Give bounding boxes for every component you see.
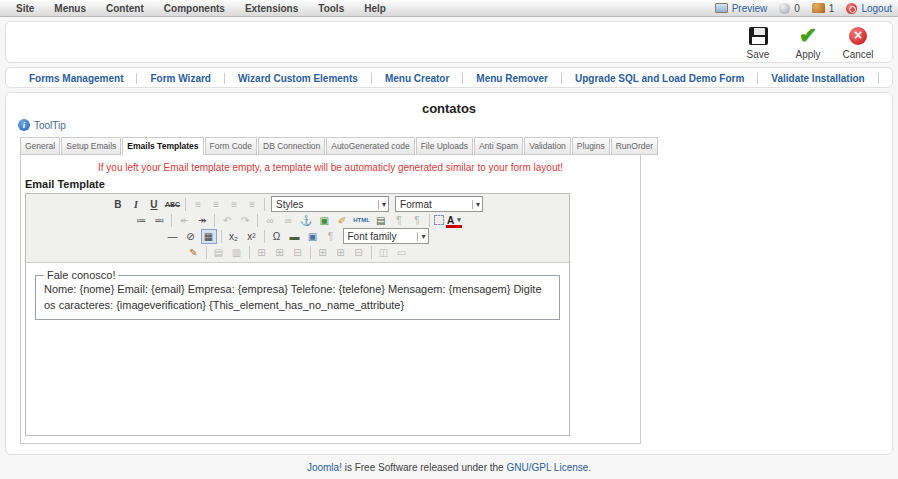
- submenu-menu-creator[interactable]: Menu Creator: [372, 73, 463, 84]
- indent-button[interactable]: ↠: [194, 213, 210, 228]
- gnu-gpl-license-link[interactable]: GNU/GPL License.: [506, 462, 591, 473]
- menu-site[interactable]: Site: [6, 2, 44, 15]
- cancel-label: Cancel: [842, 49, 873, 60]
- save-button[interactable]: Save: [736, 25, 780, 60]
- html-source-button[interactable]: HTML: [352, 213, 371, 228]
- toolbar-separator: [429, 214, 430, 227]
- joomla-link[interactable]: Joomla!: [307, 462, 342, 473]
- media-button[interactable]: ▤: [373, 213, 389, 228]
- preview-icon: [715, 3, 728, 13]
- insert-row-before-button[interactable]: ⊞: [254, 245, 270, 260]
- menu-menus[interactable]: Menus: [44, 2, 96, 15]
- special-char-button[interactable]: Ω: [269, 229, 285, 244]
- apply-button[interactable]: Apply: [786, 25, 830, 60]
- messages-indicator[interactable]: 0: [779, 3, 800, 14]
- apply-check-icon: [799, 26, 817, 46]
- insert-col-after-button[interactable]: ⊞: [333, 245, 349, 260]
- unlink-button[interactable]: ∞: [280, 213, 296, 228]
- cancel-x-icon: [849, 27, 867, 45]
- logout-link[interactable]: Logout: [846, 3, 892, 14]
- format-select[interactable]: Format: [395, 196, 483, 212]
- menu-components[interactable]: Components: [154, 2, 235, 15]
- subscript-button[interactable]: x₂: [226, 229, 242, 244]
- ltr-button[interactable]: ¶: [391, 213, 407, 228]
- link-button[interactable]: ∞: [262, 213, 278, 228]
- tab-plugins[interactable]: Plugins: [572, 137, 610, 155]
- font-family-select[interactable]: Font family: [343, 228, 429, 244]
- iframe-button[interactable]: ▣: [305, 229, 321, 244]
- attributes-button[interactable]: ¶: [323, 229, 339, 244]
- align-justify-button[interactable]: ≡: [244, 197, 260, 212]
- italic-button[interactable]: I: [128, 197, 144, 212]
- insert-col-before-button[interactable]: ⊞: [315, 245, 331, 260]
- visual-aid-button[interactable]: [434, 215, 444, 225]
- tab-anti-spam[interactable]: Anti Spam: [474, 137, 523, 155]
- superscript-button[interactable]: x²: [244, 229, 260, 244]
- tab-form-code[interactable]: Form Code: [205, 137, 258, 155]
- menu-extensions[interactable]: Extensions: [235, 2, 308, 15]
- anchor-button[interactable]: ⚓: [298, 213, 314, 228]
- action-toolbar: Save Apply Cancel: [5, 21, 893, 63]
- tab-setup-emails[interactable]: Setup Emails: [61, 137, 121, 155]
- logged-in-users-indicator[interactable]: 1: [812, 3, 835, 14]
- toolbar-separator: [221, 230, 222, 243]
- horizontal-rule-button[interactable]: —: [165, 229, 181, 244]
- tab-emails-templates[interactable]: Emails Templates: [122, 137, 203, 155]
- tab-validation[interactable]: Validation: [524, 137, 571, 155]
- rtl-button[interactable]: ¶: [409, 213, 425, 228]
- table-cell-props-button[interactable]: ▥: [229, 245, 245, 260]
- user-count: 1: [829, 3, 835, 14]
- submenu: Forms ManagementForm WizardWizard Custom…: [16, 72, 879, 84]
- merge-cells-button[interactable]: ▭: [394, 245, 410, 260]
- underline-button[interactable]: U: [146, 197, 162, 212]
- table-row-props-button[interactable]: ▤: [211, 245, 227, 260]
- menu-help[interactable]: Help: [354, 2, 396, 15]
- bullet-list-button[interactable]: ≔: [133, 213, 149, 228]
- tab-general[interactable]: General: [20, 137, 60, 155]
- preview-label: Preview: [732, 3, 768, 14]
- tooltip[interactable]: ToolTip: [18, 117, 884, 133]
- numbered-list-button[interactable]: ≕: [151, 213, 167, 228]
- submenu-validate-installation[interactable]: Validate Installation: [758, 73, 878, 84]
- tab-autogenerated-code[interactable]: AutoGenerated code: [326, 137, 414, 155]
- outdent-button[interactable]: ↞: [176, 213, 192, 228]
- submenu-wizard-custom-elements[interactable]: Wizard Custom Elements: [225, 73, 372, 84]
- preview-link[interactable]: Preview: [715, 3, 768, 14]
- nonbreaking-button[interactable]: ▬: [287, 229, 303, 244]
- cleanup-button[interactable]: ✐: [334, 213, 350, 228]
- undo-button[interactable]: ↶: [219, 213, 235, 228]
- delete-row-button[interactable]: ⊟: [290, 245, 306, 260]
- editor-toolbar: BIUABC≡≡≡≡StylesFormat≔≕↞↠↶↷∞∞⚓▣✐HTML▤¶¶…: [26, 194, 569, 263]
- tab-db-connection[interactable]: DB Connection: [258, 137, 325, 155]
- menu-content[interactable]: Content: [96, 2, 154, 15]
- styles-select[interactable]: Styles: [271, 196, 389, 212]
- footer-text: is Free Software released under the: [342, 462, 507, 473]
- tabs: GeneralSetup EmailsEmails TemplatesForm …: [20, 137, 884, 154]
- submenu-menu-remover[interactable]: Menu Remover: [463, 73, 562, 84]
- editor-content[interactable]: Fale conosco! Nome: {nome} Email: {email…: [26, 263, 569, 435]
- insert-row-after-button[interactable]: ⊞: [272, 245, 288, 260]
- submenu-upgrade-sql-and-load-demo-form[interactable]: Upgrade SQL and Load Demo Form: [562, 73, 758, 84]
- bold-button[interactable]: B: [110, 197, 126, 212]
- submenu-form-wizard[interactable]: Form Wizard: [137, 73, 224, 84]
- split-cells-button[interactable]: ◫: [376, 245, 392, 260]
- cancel-button[interactable]: Cancel: [836, 25, 880, 60]
- tab-file-uploads[interactable]: File Uploads: [416, 137, 473, 155]
- footer: Joomla! is Free Software released under …: [0, 462, 898, 473]
- image-button[interactable]: ▣: [316, 213, 332, 228]
- menu-tools[interactable]: Tools: [308, 2, 354, 15]
- toolbar-separator: [214, 214, 215, 227]
- align-right-button[interactable]: ≡: [226, 197, 242, 212]
- table-guidelines-button[interactable]: ▦: [201, 229, 217, 244]
- remove-format-button[interactable]: ⊘: [183, 229, 199, 244]
- redo-button[interactable]: ↷: [237, 213, 253, 228]
- tab-runorder[interactable]: RunOrder: [611, 137, 658, 155]
- delete-col-button[interactable]: ⊟: [351, 245, 367, 260]
- submenu-forms-management[interactable]: Forms Management: [16, 73, 137, 84]
- insert-table-button[interactable]: ✎: [186, 245, 202, 260]
- text-color-button[interactable]: A: [446, 213, 462, 228]
- align-center-button[interactable]: ≡: [208, 197, 224, 212]
- align-left-button[interactable]: ≡: [190, 197, 206, 212]
- tab-pane: If you left your Email template empty, a…: [20, 154, 641, 444]
- strikethrough-button[interactable]: ABC: [164, 197, 181, 212]
